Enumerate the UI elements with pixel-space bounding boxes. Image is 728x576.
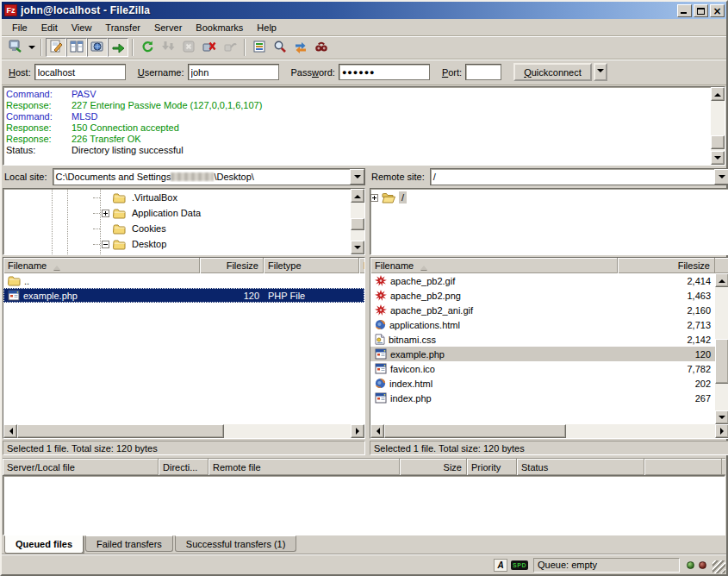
tab-successful-transfers-1[interactable]: Successful transfers (1) [175,535,297,552]
queue-column-status[interactable]: Status [517,459,644,475]
queue-column-server-local-file[interactable]: Server/Local file [3,459,159,475]
directory-filters-button[interactable] [249,38,270,57]
scroll-thumb[interactable] [711,135,725,149]
menu-item-edit[interactable]: Edit [34,21,65,34]
password-input[interactable] [339,64,430,80]
scroll-down-button[interactable] [351,241,364,254]
column-header-filesize[interactable]: Filesize [618,258,715,273]
tree-item-desktop[interactable]: Desktop [3,236,351,252]
scroll-track[interactable] [711,101,725,151]
disconnect-button[interactable] [199,38,220,57]
site-manager-dropdown-button[interactable] [26,38,37,57]
menu-item-file[interactable]: File [5,21,34,34]
file-row-apache-pb2-gif[interactable]: apache_pb2.gif2,414 [370,273,715,288]
tree-item-application-data[interactable]: Application Data [3,205,351,221]
menu-item-help[interactable]: Help [250,21,283,34]
tree-item-cookies[interactable]: Cookies [3,221,351,236]
queue-column-priority[interactable]: Priority [467,459,517,475]
transfer-queue-body[interactable] [3,475,725,535]
expand-plus-icon[interactable] [102,210,109,217]
tab-failed-transfers[interactable]: Failed transfers [85,535,173,552]
directory-comparison-icon [273,40,287,55]
directory-comparison-button[interactable] [270,38,290,57]
scroll-thumb[interactable] [351,218,364,230]
file-cell: 120 [618,347,715,361]
remote-list-scrollbar[interactable] [715,273,728,424]
menu-item-bookmarks[interactable]: Bookmarks [189,21,250,34]
local-path-dropdown-button[interactable] [350,169,364,185]
remote-path-dropdown-button[interactable] [714,169,728,185]
message-log-scrollbar[interactable] [711,87,725,165]
file-row-index-php[interactable]: index.php267 [370,391,715,405]
menu-item-server[interactable]: Server [147,21,189,34]
filename-text: index.html [389,379,432,389]
scroll-track[interactable] [384,424,715,438]
scroll-up-button[interactable] [351,189,364,203]
scroll-up-button[interactable] [711,87,725,101]
toggle-local-tree-button[interactable] [66,38,87,57]
maximize-button[interactable] [694,4,708,17]
resize-grip[interactable] [712,560,725,573]
scroll-thumb[interactable] [17,424,224,438]
scroll-up-button[interactable] [715,273,728,287]
scroll-right-button[interactable] [715,424,728,438]
queue-column-directi[interactable]: Directi... [159,459,208,475]
file-row-index-html[interactable]: index.html202 [370,376,715,391]
toggle-remote-tree-button[interactable] [87,38,108,57]
scroll-left-button[interactable] [3,424,17,438]
scroll-track[interactable] [17,424,351,438]
file-row-bitnami-css[interactable]: bitnami.css2,142 [370,332,715,347]
scroll-down-button[interactable] [711,151,725,165]
queue-column-size[interactable]: Size [400,459,467,475]
column-header-filename[interactable]: Filename [3,258,200,273]
minimize-button[interactable] [677,4,692,17]
menu-item-transfer[interactable]: Transfer [98,21,147,34]
php-file-icon [375,363,387,374]
scroll-down-button[interactable] [715,410,728,424]
scroll-thumb[interactable] [715,339,728,384]
tab-queued-files[interactable]: Queued files [4,535,84,554]
file-row-example-php[interactable]: example.php120 [370,347,715,361]
local-path-combobox[interactable]: C:\Documents and Settings\Desktop\ [53,168,365,185]
file-row-favicon-ico[interactable]: favicon.ico7,782 [370,361,715,376]
quickconnect-dropdown-button[interactable] [594,63,607,81]
scroll-left-button[interactable] [370,424,384,438]
queue-column-remote-file[interactable]: Remote file [208,459,400,475]
reconnect-icon [223,40,237,55]
file-row-apache-pb2-png[interactable]: apache_pb2.png1,463 [370,288,715,303]
close-button[interactable]: × [710,4,725,17]
file-row-[interactable]: .. [3,273,364,288]
quickconnect-button[interactable]: Quickconnect [513,63,592,81]
refresh-button[interactable] [137,38,158,57]
synchronized-browsing-button[interactable] [290,38,311,57]
file-cell: 2,414 [618,273,715,288]
column-header-l[interactable]: L [359,258,365,273]
queue-column-empty[interactable] [644,459,722,475]
menu-item-view[interactable]: View [65,21,99,34]
scroll-thumb[interactable] [384,424,566,438]
port-input[interactable] [465,64,501,80]
file-row-example-php[interactable]: example.php120PHP File1 [3,288,364,303]
site-manager-button[interactable] [5,38,26,57]
host-input[interactable] [34,64,126,80]
collapse-minus-icon[interactable] [102,241,109,248]
file-row-apache-pb2-ani-gif[interactable]: apache_pb2_ani.gif2,160 [370,303,715,317]
tree-item-virtualbox[interactable]: .VirtualBox [3,190,351,205]
remote-horizontal-scrollbar[interactable] [370,424,728,438]
tree-item-[interactable]: / [370,190,728,205]
local-horizontal-scrollbar[interactable] [3,424,364,438]
username-input[interactable] [188,64,279,80]
toggle-message-log-button[interactable] [46,38,66,57]
column-header-filetype[interactable]: Filetype [264,258,359,273]
scroll-track[interactable] [715,287,728,410]
local-tree-scrollbar[interactable] [351,189,364,254]
file-row-applications-html[interactable]: applications.html2,713 [370,317,715,332]
column-header-filesize[interactable]: Filesize [200,258,264,273]
scroll-track[interactable] [351,203,364,241]
toggle-transfer-queue-button[interactable] [108,38,128,57]
remote-path-combobox[interactable]: / [430,168,728,185]
column-header-filename[interactable]: Filename [370,258,618,273]
expand-plus-icon[interactable] [370,194,378,202]
find-files-button[interactable] [311,38,332,57]
scroll-right-button[interactable] [351,424,364,438]
